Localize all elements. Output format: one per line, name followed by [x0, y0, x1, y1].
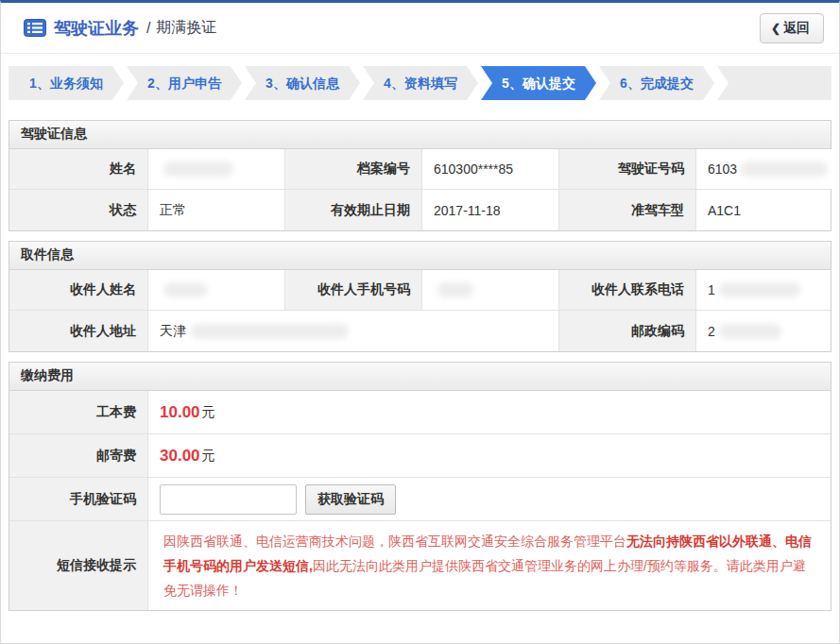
value-recipient-name — [148, 270, 285, 310]
redaction-blur — [190, 324, 349, 339]
sms-tip-text: 因陕西省联通、电信运营商技术问题，陕西省互联网交通安全综合服务管理平台无法向持陕… — [160, 527, 819, 604]
step-tab-4[interactable]: 4、资料填写 — [363, 66, 478, 100]
table-row: 邮寄费 30.00元 — [9, 434, 831, 478]
step-tabs: 1、业务须知 2、用户申告 3、确认信息 4、资料填写 5、确认提交 6、完成提… — [9, 66, 831, 100]
redaction-blur — [719, 282, 800, 297]
table-row: 工本费 10.00元 — [9, 391, 831, 434]
redaction-blur — [719, 324, 781, 339]
sms-code-input[interactable] — [160, 484, 297, 515]
section-fees: 缴纳费用 工本费 10.00元 邮寄费 30.00元 手机验证码 获取验证码 短… — [9, 362, 831, 611]
label-postage-fee: 邮寄费 — [9, 434, 148, 477]
redaction-blur — [741, 161, 828, 177]
breadcrumb-current: 期满换证 — [156, 18, 216, 38]
label-recipient-name: 收件人姓名 — [9, 270, 148, 310]
sms-tip-cell: 因陕西省联通、电信运营商技术问题，陕西省互联网交通安全综合服务管理平台无法向持陕… — [148, 521, 831, 610]
page: 驾驶证业务 / 期满换证 ❮返回 1、业务须知 2、用户申告 3、确认信息 4、… — [0, 0, 840, 644]
label-work-fee: 工本费 — [9, 391, 148, 433]
label-sms-code: 手机验证码 — [9, 478, 148, 520]
value-name — [148, 149, 285, 189]
label-file-no: 档案编号 — [285, 149, 422, 189]
value-work-fee: 10.00元 — [148, 391, 831, 433]
redaction-blur — [437, 282, 473, 297]
table-row: 姓名 档案编号 610300****85 驾驶证号码 6103 — [9, 149, 831, 190]
footer-actions: 上一步 完成 — [1, 620, 839, 644]
step-tab-3[interactable]: 3、确认信息 — [245, 66, 360, 100]
label-license-no: 驾驶证号码 — [559, 149, 696, 189]
label-recipient-address: 收件人地址 — [9, 311, 148, 351]
value-postage-fee: 30.00元 — [148, 434, 831, 477]
value-postal-code: 2 — [696, 311, 831, 351]
table-row: 短信接收提示 因陕西省联通、电信运营商技术问题，陕西省互联网交通安全综合服务管理… — [9, 521, 831, 610]
label-valid-until: 有效期止日期 — [285, 190, 422, 230]
label-recipient-phone: 收件人联系电话 — [559, 270, 696, 310]
header: 驾驶证业务 / 期满换证 ❮返回 — [1, 3, 839, 54]
value-valid-until: 2017-11-18 — [422, 190, 559, 230]
step-tab-2[interactable]: 2、用户申告 — [127, 66, 242, 100]
step-tabs-filler — [717, 66, 831, 100]
table-row: 手机验证码 获取验证码 — [9, 478, 831, 521]
section-title-license: 驾驶证信息 — [9, 121, 831, 149]
table-row: 收件人地址 天津 邮政编码 2 — [9, 311, 831, 351]
section-title-fees: 缴纳费用 — [9, 363, 831, 391]
sms-code-cell: 获取验证码 — [148, 478, 831, 520]
work-fee-amount: 10.00 — [160, 403, 200, 422]
step-tab-6[interactable]: 6、完成提交 — [599, 66, 714, 100]
value-vehicle-type: A1C1 — [696, 190, 831, 230]
value-recipient-address: 天津 — [148, 311, 559, 351]
form-list-icon — [24, 19, 46, 37]
get-sms-code-button[interactable]: 获取验证码 — [305, 484, 396, 515]
redaction-blur — [163, 161, 233, 177]
label-name: 姓名 — [9, 149, 148, 189]
breadcrumb-separator: / — [146, 20, 150, 37]
value-license-no: 6103 — [696, 149, 839, 189]
postage-fee-amount: 30.00 — [160, 447, 200, 466]
section-license-info: 驾驶证信息 姓名 档案编号 610300****85 驾驶证号码 6103 状态… — [9, 120, 831, 231]
label-vehicle-type: 准驾车型 — [559, 190, 696, 230]
value-recipient-mobile — [422, 270, 559, 310]
chevron-left-icon: ❮ — [771, 22, 780, 35]
value-status: 正常 — [148, 190, 285, 230]
table-row: 状态 正常 有效期止日期 2017-11-18 准驾车型 A1C1 — [9, 190, 831, 230]
value-recipient-phone: 1 — [696, 270, 831, 310]
table-row: 收件人姓名 收件人手机号码 收件人联系电话 1 — [9, 270, 831, 311]
page-title: 驾驶证业务 — [54, 17, 139, 40]
back-button-label: 返回 — [783, 20, 810, 35]
label-recipient-mobile: 收件人手机号码 — [285, 270, 422, 310]
section-title-pickup: 取件信息 — [9, 242, 831, 270]
section-pickup-info: 取件信息 收件人姓名 收件人手机号码 收件人联系电话 1 收件人地址 天津 邮政… — [9, 241, 831, 352]
step-tab-1[interactable]: 1、业务须知 — [9, 66, 124, 100]
work-fee-unit: 元 — [202, 404, 215, 421]
postage-fee-unit: 元 — [202, 448, 215, 465]
redaction-blur — [163, 282, 207, 297]
step-tab-5-active[interactable]: 5、确认提交 — [481, 66, 596, 100]
label-postal-code: 邮政编码 — [559, 311, 696, 351]
label-status: 状态 — [9, 190, 148, 230]
label-sms-tip: 短信接收提示 — [9, 521, 148, 610]
back-button[interactable]: ❮返回 — [760, 13, 824, 43]
value-file-no: 610300****85 — [422, 149, 559, 189]
